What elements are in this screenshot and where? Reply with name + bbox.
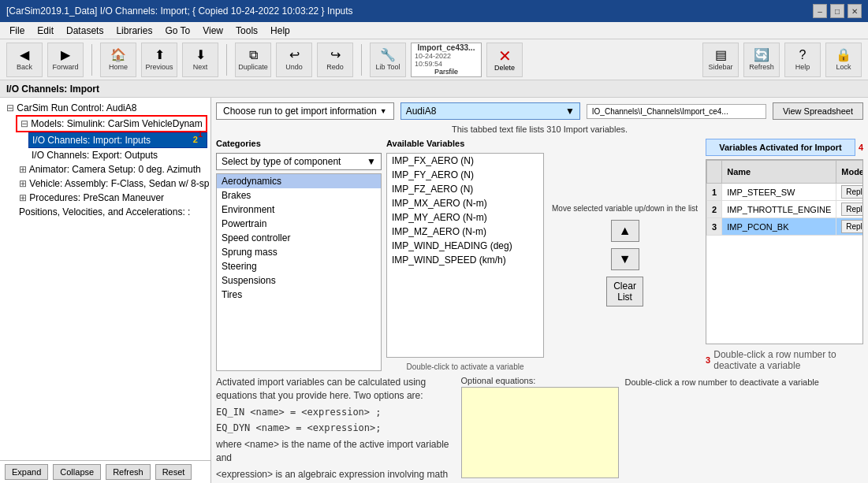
var-item-1[interactable]: IMP_FY_AERO (N) [387,168,543,182]
clear-list-label: ClearList [613,281,636,303]
choose-run-label: Choose run to get import information [223,106,377,117]
import-info-line-1: EQ_DYN <name> = <expression>; [216,422,455,435]
var-item-3[interactable]: IMP_MX_AERO (N-m) [387,196,543,210]
tree-node-carsim-run[interactable]: ⊟ CarSim Run Control: AudiA8 [3,101,207,115]
path-display: IO_Channels\I_Channels\Import_ce4... [587,104,766,119]
help-button[interactable]: ? Help [784,43,821,77]
col-mode: Mode [836,161,863,184]
redo-button[interactable]: ↪ Redo [317,43,353,77]
cat-item-sprung-mass[interactable]: Sprung mass [217,245,381,259]
menu-view[interactable]: View [196,24,229,38]
import-info-line-3: where <name> is the name of the active i… [216,438,455,465]
tree-node-positions[interactable]: Positions, Velocities, and Accelerations… [16,205,207,219]
categories-panel: Categories Select by type of component ▼… [216,139,382,371]
toolbar-separator-2 [226,44,227,76]
cat-item-aerodynamics[interactable]: Aerodynamics [217,174,381,188]
activated-variables-panel: Variables Activated for Import 4 Name Mo… [706,139,863,371]
activated-variables-table: Name Mode Initial Value 1 IMP_STEER_SW [706,160,863,236]
move-up-button[interactable]: ▲ [611,220,639,242]
tree-node-io-export[interactable]: I/O Channels: Export: Outputs [28,148,207,162]
cat-item-steering[interactable]: Steering [217,259,381,273]
badge-3: 3 [706,355,710,365]
var-item-4[interactable]: IMP_MY_AERO (N-m) [387,210,543,225]
table-row-active: 3 IMP_PCON_BK Replace 0.0 [707,218,863,236]
menu-tools[interactable]: Tools [229,24,264,38]
row-num-3[interactable]: 3 [707,218,722,236]
minimize-button[interactable]: – [813,4,827,18]
tree-node-io-import[interactable]: I/O Channels: Import: Inputs 2 [28,132,207,148]
duplicate-button[interactable]: ⧉ Duplicate [235,43,271,77]
parsfile-date: 10-24-2022 10:59:54 [415,52,478,68]
row-num-1[interactable]: 1 [707,184,722,201]
cat-item-powertrain[interactable]: Powertrain [217,217,381,231]
row-mode-3: Replace [836,218,863,236]
categories-label: Categories [216,139,382,148]
tree-node-vehicle[interactable]: ⊞ Vehicle: Assembly: F-Class, Sedan w/ 8… [16,176,207,191]
var-item-7[interactable]: IMP_WIND_SPEED (km/h) [387,253,543,267]
undo-button[interactable]: ↩ Undo [276,43,312,77]
var-item-5[interactable]: IMP_MZ_AERO (N-m) [387,225,543,239]
expand-button[interactable]: Expand [5,464,48,480]
var-item-6[interactable]: IMP_WIND_HEADING (deg) [387,239,543,253]
reset-button[interactable]: Reset [155,464,192,480]
next-button[interactable]: ⬇ Next [182,43,218,77]
app-title: [CarSim2019.1_Data] I/O Channels: Import… [6,6,353,17]
row-mode-select-1[interactable]: Replace [841,185,863,199]
sidebar-button[interactable]: ▤ Sidebar [702,43,739,77]
lock-button[interactable]: 🔒 Lock [825,43,862,77]
refresh-label: Refresh [749,63,774,71]
lib-tool-button[interactable]: 🔧 Lib Tool [370,43,406,77]
close-button[interactable]: ✕ [848,4,862,18]
next-icon: ⬇ [196,49,206,61]
import-info-title: Activated import variables can be calcul… [216,376,455,403]
delete-button[interactable]: ✕ Delete [486,43,523,77]
var-item-0[interactable]: IMP_FX_AERO (N) [387,154,543,168]
activated-header: Variables Activated for Import [706,139,855,156]
cat-item-suspensions[interactable]: Suspensions [217,273,381,288]
undo-icon: ↩ [289,49,300,61]
menu-libraries[interactable]: Libraries [110,24,158,38]
optional-equations-label: Optional equations: [461,376,619,385]
menu-file[interactable]: File [3,24,31,38]
tree-node-animator[interactable]: ⊞ Animator: Camera Setup: 0 deg. Azimuth [16,162,207,176]
row-mode-select-2[interactable]: Replace [841,202,863,216]
optional-equations-input[interactable] [461,387,619,478]
row-mode-select-3[interactable]: Replace [841,220,863,233]
cat-item-brakes[interactable]: Brakes [217,188,381,202]
tree-refresh-button[interactable]: Refresh [106,464,151,480]
row-mode-2: Replace [836,201,863,218]
left-panel: ⊟ CarSim Run Control: AudiA8 ⊟ Models: S… [0,98,211,483]
tree-node-models-label: Models: Simulink: CarSim VehicleDynam [31,118,202,129]
maximize-button[interactable]: □ [830,4,844,18]
cat-item-speed-controller[interactable]: Speed controller [217,231,381,245]
badge-4: 4 [859,143,863,152]
refresh-button[interactable]: 🔄 Refresh [743,43,780,77]
move-down-button[interactable]: ▼ [611,248,639,270]
var-item-2[interactable]: IMP_FZ_AERO (N) [387,182,543,196]
row-num-2[interactable]: 2 [707,201,722,218]
home-button[interactable]: 🏠 Home [100,43,136,77]
collapse-button[interactable]: Collapse [53,464,101,480]
menu-help[interactable]: Help [264,24,296,38]
double-click-hint: Double-click to activate a variable [386,362,544,371]
tree-node-procedures[interactable]: ⊞ Procedures: PreScan Maneuver [16,191,207,205]
categories-type-dropdown[interactable]: Select by type of component ▼ [216,153,382,170]
cat-item-tires[interactable]: Tires [217,288,381,302]
tree-node-io-export-label: I/O Channels: Export: Outputs [32,150,158,161]
col-num [707,161,722,184]
menu-datasets[interactable]: Datasets [60,24,110,38]
row-name-2: IMP_THROTTLE_ENGINE [722,201,836,218]
forward-button[interactable]: ▶ Forward [47,43,84,77]
bottom-area: Activated import variables can be calcul… [216,376,863,478]
choose-run-dropdown[interactable]: Choose run to get import information ▼ [216,102,394,120]
clear-list-button[interactable]: ClearList [606,277,643,307]
view-spreadsheet-button[interactable]: View Spreadsheet [773,102,863,120]
move-controls: Move selected variable up/down in the li… [549,139,701,371]
menu-edit[interactable]: Edit [31,24,60,38]
back-button[interactable]: ◀ Back [6,43,43,77]
table-row: 2 IMP_THROTTLE_ENGINE Replace 0.0 [707,201,863,218]
menu-goto[interactable]: Go To [158,24,196,38]
tree-node-models-simulink[interactable]: ⊟ Models: Simulink: CarSim VehicleDynam … [16,115,207,132]
previous-button[interactable]: ⬆ Previous [141,43,177,77]
cat-item-environment[interactable]: Environment [217,202,381,217]
